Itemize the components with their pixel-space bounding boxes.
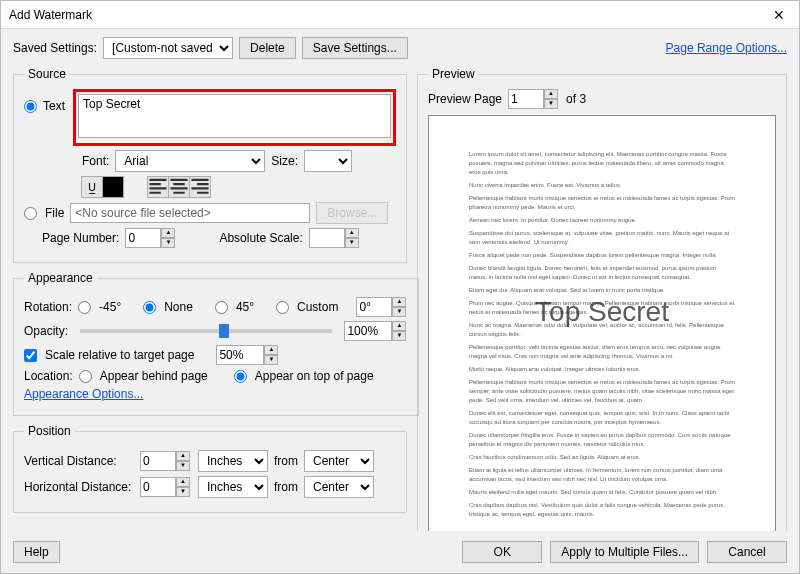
browse-button[interactable]: Browse... <box>316 202 388 224</box>
source-file-radio[interactable] <box>24 207 37 220</box>
source-legend: Source <box>24 67 70 81</box>
source-text-radio[interactable] <box>24 100 37 113</box>
align-right-icon[interactable] <box>189 176 211 198</box>
rotation-label: Rotation: <box>24 300 72 314</box>
page-number-label: Page Number: <box>42 231 119 245</box>
source-file-field <box>70 203 310 223</box>
size-label: Size: <box>271 154 298 168</box>
absolute-scale-spinner[interactable]: ▲▼ <box>309 228 361 248</box>
page-number-spinner[interactable]: ▲▼ <box>125 228 177 248</box>
hdist-from-label: from <box>274 480 298 494</box>
source-file-label: File <box>45 206 64 220</box>
vdist-from-label: from <box>274 454 298 468</box>
add-watermark-dialog: Add Watermark ✕ Saved Settings: [Custom-… <box>0 0 800 574</box>
ontop-page-radio[interactable] <box>234 370 247 383</box>
size-select[interactable] <box>304 150 352 172</box>
opacity-slider[interactable] <box>80 329 332 333</box>
absolute-scale-label: Absolute Scale: <box>219 231 302 245</box>
appearance-options-link[interactable]: Appearance Options... <box>24 387 143 401</box>
preview-page-total: of 3 <box>566 92 586 106</box>
position-group: Position Vertical Distance: ▲▼ Inches fr… <box>13 424 407 513</box>
hdist-unit-select[interactable]: Inches <box>198 476 268 498</box>
hdist-label: Horizontal Distance: <box>24 480 134 494</box>
source-group: Source Text Font: Arial Size: <box>13 67 407 263</box>
position-legend: Position <box>24 424 75 438</box>
rotation-45-radio[interactable] <box>215 301 228 314</box>
saved-settings-label: Saved Settings: <box>13 41 97 55</box>
hdist-spinner[interactable]: ▲▼ <box>140 477 192 497</box>
dialog-footer: Help OK Apply to Multiple Files... Cance… <box>1 531 799 573</box>
scale-relative-checkbox[interactable] <box>24 349 37 362</box>
preview-group: Preview Preview Page ▲▼ of 3 Lorem ipsum… <box>417 67 787 531</box>
opacity-spinner[interactable]: ▲▼ <box>344 321 408 341</box>
text-color-icon[interactable] <box>102 176 124 198</box>
saved-settings-row: Saved Settings: [Custom-not saved] Delet… <box>1 29 799 67</box>
help-button[interactable]: Help <box>13 541 60 563</box>
preview-legend: Preview <box>428 67 479 81</box>
location-label: Location: <box>24 369 73 383</box>
vdist-spinner[interactable]: ▲▼ <box>140 451 192 471</box>
vdist-from-select[interactable]: Center <box>304 450 374 472</box>
rotation-none-radio[interactable] <box>143 301 156 314</box>
watermark-text-input[interactable] <box>78 94 391 138</box>
behind-page-radio[interactable] <box>79 370 92 383</box>
titlebar: Add Watermark ✕ <box>1 1 799 29</box>
appearance-group: Appearance Rotation: -45° None 45° Custo… <box>13 271 419 416</box>
close-icon[interactable]: ✕ <box>767 7 791 23</box>
align-left-icon[interactable] <box>147 176 169 198</box>
rotation-custom-radio[interactable] <box>276 301 289 314</box>
rotation-neg45-radio[interactable] <box>78 301 91 314</box>
font-select[interactable]: Arial <box>115 150 265 172</box>
preview-page-spinner[interactable]: ▲▼ <box>508 89 560 109</box>
cancel-button[interactable]: Cancel <box>707 541 787 563</box>
apply-multiple-button[interactable]: Apply to Multiple Files... <box>550 541 699 563</box>
ok-button[interactable]: OK <box>462 541 542 563</box>
preview-canvas: Lorem ipsum dolor sit amet, consectetur … <box>428 115 776 531</box>
vdist-unit-select[interactable]: Inches <box>198 450 268 472</box>
dialog-title: Add Watermark <box>9 8 767 22</box>
text-input-highlight <box>73 89 396 146</box>
preview-page-label: Preview Page <box>428 92 502 106</box>
rotation-custom-spinner[interactable]: ▲▼ <box>356 297 408 317</box>
page-range-options-link[interactable]: Page Range Options... <box>666 41 787 55</box>
font-label: Font: <box>82 154 109 168</box>
vdist-label: Vertical Distance: <box>24 454 134 468</box>
save-settings-button[interactable]: Save Settings... <box>302 37 408 59</box>
underline-icon[interactable]: U̲ <box>81 176 103 198</box>
delete-button[interactable]: Delete <box>239 37 296 59</box>
opacity-label: Opacity: <box>24 324 68 338</box>
scale-relative-spinner[interactable]: ▲▼ <box>216 345 280 365</box>
hdist-from-select[interactable]: Center <box>304 476 374 498</box>
preview-watermark-text: Top Secret <box>429 291 775 333</box>
appearance-legend: Appearance <box>24 271 97 285</box>
scale-relative-label: Scale relative to target page <box>45 348 194 362</box>
saved-settings-select[interactable]: [Custom-not saved] <box>103 37 233 59</box>
source-text-label: Text <box>43 99 65 113</box>
align-center-icon[interactable] <box>168 176 190 198</box>
